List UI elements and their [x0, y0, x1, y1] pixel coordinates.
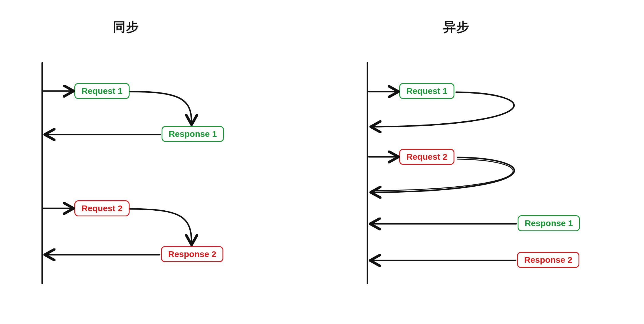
async-loop-req2: [372, 157, 514, 192]
diagram-root: 同步 异步 Request 1 Response 1 Request 2 Res…: [0, 0, 644, 324]
async-loop-req2-overlay: [372, 159, 513, 191]
arrows-layer: [0, 0, 644, 324]
sync-curve-req2-resp2: [130, 209, 192, 244]
sync-curve-req1-resp1: [130, 92, 192, 124]
async-loop-req1: [372, 92, 514, 127]
